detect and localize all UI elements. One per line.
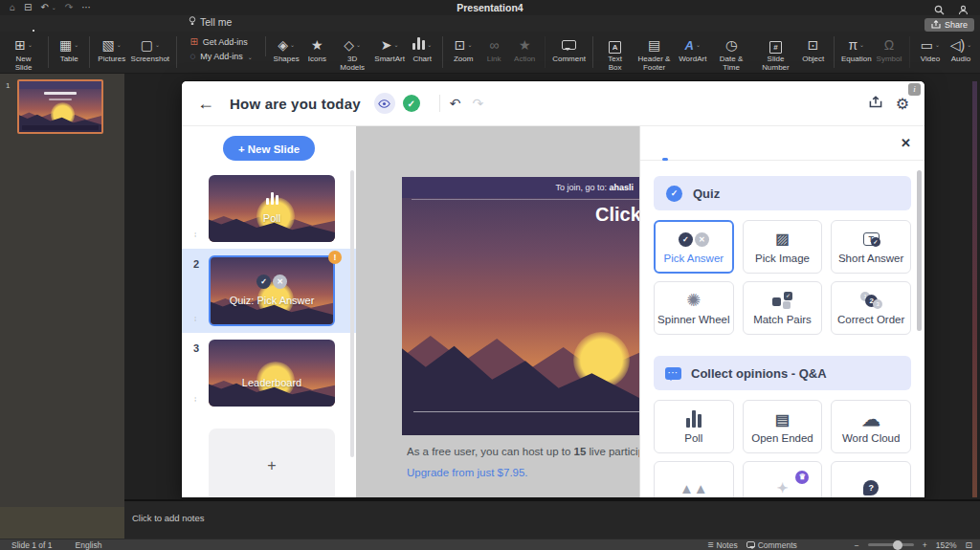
- match-pairs-icon: ✓: [772, 291, 792, 310]
- info-badge[interactable]: i: [908, 83, 921, 96]
- drag-handle-icon[interactable]: ⁞: [194, 395, 195, 404]
- video-icon: ▭: [921, 38, 933, 52]
- slide-type-tile[interactable]: 123 Correct Order: [831, 281, 911, 335]
- zoom-in-icon[interactable]: +: [923, 540, 927, 550]
- ribbon-button[interactable]: ▤⌄ Header & Footer: [632, 33, 676, 73]
- pictures-icon: ▧: [102, 38, 115, 52]
- ribbon-button[interactable]: ⌄ Chart: [407, 33, 437, 73]
- zoom-slider[interactable]: [868, 543, 914, 546]
- titlebar: ⌂ ⊟ ↶⌄ ↷ ⋯ Presentation4: [0, 0, 980, 15]
- zoom-level[interactable]: 152%: [936, 540, 957, 550]
- tell-me-button[interactable]: Tell me: [180, 14, 240, 32]
- ribbon-button: ∞⌄ Link: [479, 33, 509, 73]
- addin-undo-icon[interactable]: ↶: [450, 96, 461, 111]
- close-icon[interactable]: ✕: [901, 136, 911, 150]
- drag-handle-icon[interactable]: ⁞: [194, 315, 195, 323]
- quiz-checkx-icon: ✓✕: [211, 275, 333, 289]
- ribbon-button[interactable]: ◷⌄ Date & Time: [709, 33, 753, 73]
- ribbon-button[interactable]: π⌄ Equation: [839, 33, 874, 73]
- slide-type-tile[interactable]: ?: [831, 461, 911, 497]
- scales-icon: ▲▲: [679, 478, 708, 497]
- export-share-icon[interactable]: [869, 95, 882, 112]
- open-ended-icon: ▤: [775, 409, 790, 429]
- back-arrow-icon[interactable]: ←: [197, 94, 214, 114]
- get-addins-button[interactable]: ⊞ Get Add-ins: [189, 37, 253, 47]
- action-icon: ★: [519, 38, 531, 52]
- question-title-placeholder[interactable]: Click to ad: [595, 204, 639, 226]
- qa-bubble-icon: ?: [863, 478, 879, 497]
- ribbon-button[interactable]: ▭⌄ Video: [915, 33, 946, 73]
- slide-row-thumbnail[interactable]: ✓✕ Quiz: Pick Answer: [209, 255, 335, 326]
- ribbon-button[interactable]: ➤⌄ SmartArt: [372, 33, 407, 73]
- ribbon-button[interactable]: ▧⌄ Pictures: [95, 33, 128, 73]
- screenshot-icon: ▢: [141, 38, 153, 52]
- ribbon-button[interactable]: #⌄ Slide Number: [753, 33, 797, 73]
- share-button[interactable]: Share: [924, 18, 974, 32]
- slides-scrollbar[interactable]: [350, 170, 354, 457]
- slide-type-tile[interactable]: T✓ Short Answer: [831, 220, 911, 274]
- ribbon-button[interactable]: ▢⌄ Screenshot: [128, 33, 171, 73]
- ribbon-button[interactable]: ◈⌄ Shapes: [271, 33, 301, 73]
- quiz-section-header: ✓ Quiz: [654, 176, 911, 210]
- ribbon: ⊞⌄ New Slide ▦⌄ Table ▧⌄ Pictures ▢⌄ Scr…: [0, 32, 980, 74]
- comments-toggle[interactable]: Comments: [746, 540, 797, 550]
- zoom-slider-knob[interactable]: [893, 540, 902, 550]
- slide-1-thumbnail[interactable]: [17, 79, 103, 134]
- slide-row[interactable]: Poll ⁞: [182, 168, 356, 249]
- notes-placeholder: Click to add notes: [132, 513, 205, 523]
- new-slide-button[interactable]: + New Slide: [223, 136, 315, 161]
- free-plan-notice: As a free user, you can host up to 15 li…: [407, 446, 639, 457]
- ribbon-button[interactable]: ⊡⌄ Zoom: [448, 33, 479, 73]
- slide-type-tile[interactable]: Poll: [654, 400, 734, 453]
- slide-type-tile[interactable]: ☁ Word Cloud: [831, 400, 911, 453]
- slide-preview[interactable]: To join, go to: ahasli Click to ad: [402, 177, 639, 435]
- addin-slides-panel: + New Slide Poll: [182, 126, 356, 497]
- quiz-tiles: ✓✕ Pick Answer ▨ Pick Image T✓ Short Ans…: [654, 220, 911, 335]
- preview-eye-button[interactable]: [374, 93, 395, 114]
- slide-row-thumbnail[interactable]: Poll: [209, 175, 335, 242]
- qa-chat-icon: ···: [665, 367, 681, 380]
- slide-type-tile[interactable]: ✦♛: [743, 461, 823, 497]
- ribbon-button[interactable]: ⊡⌄ Object: [798, 33, 829, 73]
- slide-row[interactable]: 3 Leaderboard ⁞: [182, 333, 356, 413]
- slide-edge-behind-addin: [972, 81, 977, 497]
- ribbon-button[interactable]: ⊞⌄ New Slide: [4, 33, 43, 73]
- divider: [439, 95, 440, 112]
- ribbon-button[interactable]: ◁)⌄ Audio: [946, 33, 976, 73]
- slide-type-tile[interactable]: ▤ Open Ended: [743, 400, 823, 453]
- settings-gear-icon[interactable]: ⚙: [896, 95, 909, 113]
- panel-tabs: [640, 126, 924, 161]
- symbol-icon: Ω: [884, 38, 894, 52]
- notes-toggle[interactable]: ☰Notes: [707, 540, 738, 550]
- fit-window-icon[interactable]: ⊡: [965, 540, 972, 550]
- my-addins-button[interactable]: ◌ My Add-ins ⌄: [189, 52, 253, 61]
- slide-type-tile[interactable]: ▨ Pick Image: [743, 220, 823, 274]
- slide-row-thumbnail[interactable]: Leaderboard: [209, 340, 335, 407]
- ribbon-button: ★⌄ Action: [509, 33, 540, 73]
- ribbon-button[interactable]: A⌄ Text Box: [598, 33, 632, 73]
- slide-type-tile[interactable]: ✺ Spinner Wheel: [654, 281, 734, 335]
- slide-type-tile[interactable]: ✓✕ Pick Answer: [654, 220, 734, 274]
- shapes-icon: ◈: [278, 38, 288, 52]
- ribbon-button[interactable]: A⌄ WordArt: [677, 33, 709, 73]
- language-indicator[interactable]: English: [76, 540, 102, 550]
- add-slide-card[interactable]: +: [209, 429, 335, 497]
- zoom-out-icon[interactable]: −: [855, 540, 859, 550]
- slide-type-tile[interactable]: ✓ Match Pairs: [743, 281, 823, 335]
- slide-row-title: Quiz: Pick Answer: [211, 295, 333, 306]
- drag-handle-icon[interactable]: ⁞: [194, 231, 195, 239]
- slide-type-tile[interactable]: ▲▲: [654, 461, 734, 497]
- ribbon-button[interactable]: ⌄ Comment: [550, 33, 588, 73]
- zoom-icon: ⊡: [455, 38, 466, 52]
- panel-scrollbar[interactable]: [917, 170, 922, 331]
- slide-row[interactable]: 2 ✓✕ Quiz: Pick Answer ! ⁞: [182, 249, 356, 333]
- word-cloud-icon: ☁: [862, 409, 880, 429]
- notes-area[interactable]: Click to add notes: [124, 501, 980, 539]
- upgrade-link[interactable]: Upgrade from just $7.95.: [407, 467, 528, 478]
- ribbon-button[interactable]: ◇⌄ 3D Models: [332, 33, 372, 73]
- poll-bars-white-icon: [209, 192, 335, 205]
- addin-redo-icon: ↷: [473, 96, 484, 111]
- get-addins-icon: ⊞: [189, 37, 197, 47]
- ribbon-button[interactable]: ★⌄ Icons: [301, 33, 332, 73]
- ribbon-button[interactable]: ▦⌄ Table: [54, 33, 84, 73]
